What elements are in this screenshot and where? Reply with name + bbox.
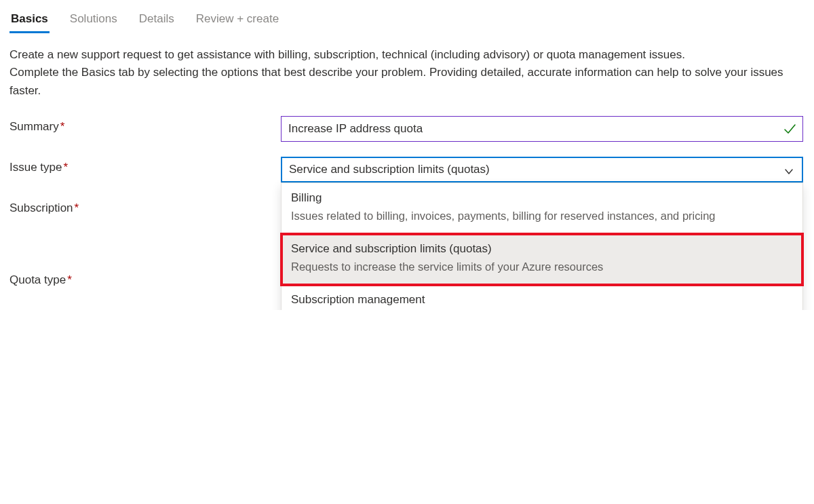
option-desc: Issues related to billing, invoices, pay… <box>291 208 793 225</box>
option-billing[interactable]: Billing Issues related to billing, invoi… <box>282 183 802 234</box>
option-title: Subscription management <box>291 293 793 307</box>
tab-solutions[interactable]: Solutions <box>69 8 119 33</box>
label-issue-type-text: Issue type <box>9 161 62 174</box>
issue-type-select[interactable]: Service and subscription limits (quotas) <box>281 157 803 182</box>
issue-type-dropdown: Billing Issues related to billing, invoi… <box>281 182 803 310</box>
chevron-down-icon <box>784 166 794 180</box>
label-issue-type: Issue type* <box>9 157 281 174</box>
option-title: Billing <box>291 191 793 205</box>
option-desc: Requests to increase the service limits … <box>291 258 793 275</box>
tab-basics[interactable]: Basics <box>9 8 50 33</box>
tab-review-create[interactable]: Review + create <box>195 8 280 33</box>
label-subscription-text: Subscription <box>9 201 73 214</box>
option-service-limits[interactable]: Service and subscription limits (quotas)… <box>282 234 802 285</box>
summary-input[interactable] <box>281 116 803 142</box>
tab-details[interactable]: Details <box>138 8 176 33</box>
option-subscription-mgmt[interactable]: Subscription management Subscription man… <box>282 285 802 311</box>
option-title: Service and subscription limits (quotas) <box>291 242 793 256</box>
option-desc: Subscription management issues including… <box>291 309 793 311</box>
label-subscription: Subscription* <box>9 197 281 215</box>
tabs: Basics Solutions Details Review + create <box>9 8 805 34</box>
label-quota-type-text: Quota type <box>9 273 66 286</box>
required-asterisk: * <box>60 120 65 133</box>
row-issue-type: Issue type* Service and subscription lim… <box>9 157 805 182</box>
required-asterisk: * <box>75 201 79 214</box>
label-summary: Summary* <box>9 116 281 134</box>
intro-text: Create a new support request to get assi… <box>9 46 796 100</box>
required-asterisk: * <box>67 273 72 286</box>
issue-type-value: Service and subscription limits (quotas) <box>289 163 490 176</box>
row-summary: Summary* <box>9 116 805 142</box>
label-summary-text: Summary <box>9 120 59 133</box>
required-asterisk: * <box>64 161 69 174</box>
label-quota-type: Quota type* <box>9 269 281 287</box>
